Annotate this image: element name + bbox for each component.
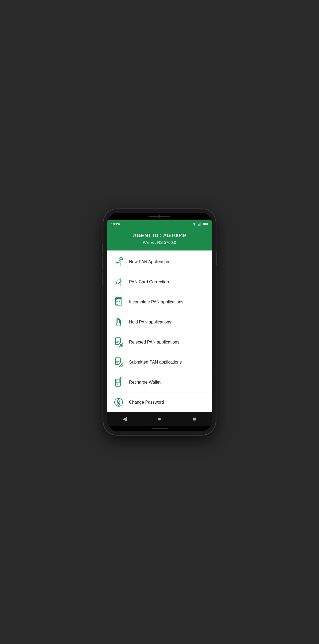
phone-bottom-bar: [107, 426, 212, 431]
volume-up-button[interactable]: [102, 244, 103, 253]
svg-point-39: [117, 384, 118, 385]
recent-button[interactable]: ■: [189, 414, 200, 424]
svg-point-42: [118, 402, 119, 403]
camera: [158, 215, 161, 218]
hold-pan-icon: [112, 316, 125, 328]
recharge-wallet-label: Recharge Wallet: [129, 380, 161, 385]
app-header: AGENT ID : AGT0049 Wallet : RS 5700.0: [107, 228, 212, 250]
rejected-pan-icon: [112, 336, 125, 348]
bottom-navigation: ◀ ● ■: [107, 412, 212, 426]
menu-item-pan-correction[interactable]: PAN Card Correction: [107, 272, 212, 292]
phone-frame: 10:29: [103, 209, 216, 435]
hold-pan-label: Hold PAN applications: [129, 320, 171, 325]
menu-item-incomplete-pan[interactable]: Incomplete PAN applications: [107, 292, 212, 312]
status-time: 10:29: [111, 222, 120, 226]
battery-icon: [203, 222, 208, 226]
phone-notch: [107, 213, 212, 220]
volume-down-button[interactable]: [102, 256, 103, 269]
svg-rect-7: [203, 223, 207, 225]
menu-item-recharge-wallet[interactable]: Recharge Wallet: [107, 372, 212, 392]
submitted-pan-label: Submitted PAN applications: [129, 360, 182, 365]
svg-rect-3: [200, 223, 200, 226]
svg-rect-1: [198, 224, 199, 226]
signal-icon: [198, 222, 201, 226]
pan-correction-label: PAN Card Correction: [129, 280, 169, 284]
menu-item-hold-pan[interactable]: Hold PAN applications: [107, 312, 212, 332]
agent-id: AGENT ID : AGT0049: [111, 233, 208, 238]
incomplete-pan-label: Incomplete PAN applications: [129, 300, 183, 304]
svg-point-36: [119, 363, 123, 367]
menu-item-change-password[interactable]: Change Password: [107, 392, 212, 412]
new-pan-label: New PAN Application: [129, 260, 169, 264]
menu-item-submitted-pan[interactable]: Submitted PAN applications: [107, 352, 212, 372]
power-button[interactable]: [216, 252, 217, 265]
incomplete-pan-icon: [112, 296, 125, 308]
recharge-wallet-icon: [112, 376, 125, 388]
bottom-grille: [151, 428, 168, 429]
home-button[interactable]: ●: [154, 414, 165, 424]
back-button[interactable]: ◀: [119, 414, 130, 424]
change-password-label: Change Password: [129, 400, 164, 405]
rejected-pan-label: Rejected PAN applications: [129, 340, 179, 345]
status-icons: [192, 222, 208, 226]
svg-point-0: [194, 225, 194, 226]
submitted-pan-icon: [112, 356, 125, 368]
svg-rect-4: [201, 222, 201, 226]
wifi-icon: [192, 222, 196, 226]
new-pan-icon: [112, 256, 125, 268]
menu-item-rejected-pan[interactable]: Rejected PAN applications: [107, 332, 212, 352]
change-password-icon: [112, 396, 125, 408]
svg-rect-21: [116, 299, 121, 300]
silent-button[interactable]: [102, 272, 103, 285]
status-bar: 10:29: [107, 220, 212, 228]
phone-screen: 10:29: [107, 213, 212, 431]
svg-rect-2: [199, 224, 200, 226]
svg-rect-6: [207, 223, 208, 225]
svg-rect-38: [116, 380, 120, 382]
menu-list: New PAN Application PAN Card Correction: [107, 250, 212, 412]
pan-correction-icon: [112, 276, 125, 288]
wallet-balance: Wallet : RS 5700.0: [111, 240, 208, 245]
menu-item-new-pan[interactable]: New PAN Application: [107, 252, 212, 272]
